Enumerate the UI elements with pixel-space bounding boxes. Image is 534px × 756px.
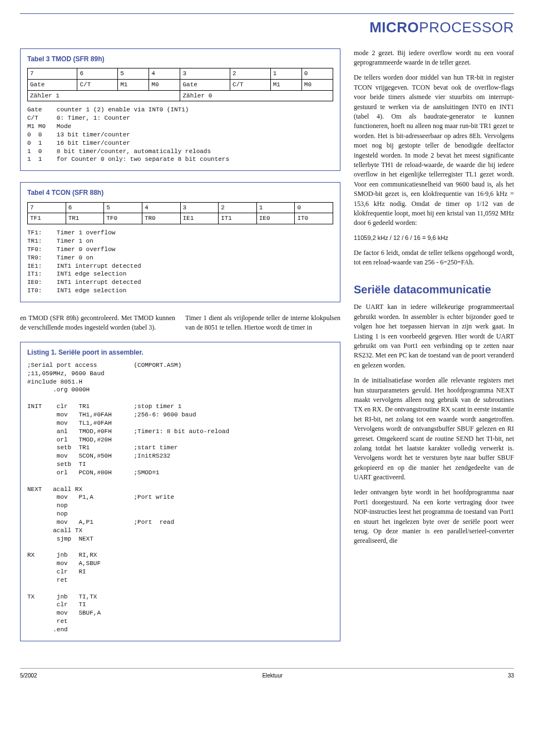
right-p2: De tellers worden door middel van hun TR… <box>354 73 514 228</box>
section-heading: Seriële datacommunicatie <box>354 282 514 298</box>
footer-center: Elektuur <box>262 672 283 680</box>
table-4-desc: TF1: Timer 1 overflow TR1: Timer 1 on TF… <box>27 229 333 295</box>
table-4-title: Tabel 4 TCON (SFR 88h) <box>27 188 333 197</box>
table-3-desc: Gate counter 1 (2) enable via INT0 (INT1… <box>27 106 333 164</box>
page-footer: 5/2002 Elektuur 33 <box>20 668 514 680</box>
head-left: MICRO <box>369 19 419 36</box>
footer-left: 5/2002 <box>20 672 37 680</box>
table-3-bits: 7654 3210 GateC/TM1M0 GateC/TM1M0 Zähler… <box>27 68 333 102</box>
mid-left-text: en TMOD (SFR 89h) gecontroleerd. Met TMO… <box>20 313 175 333</box>
mid-right-text: Timer 1 dient als vrijlopende teller de … <box>185 313 340 333</box>
table-3-box: Tabel 3 TMOD (SFR 89h) 7654 3210 GateC/T… <box>20 48 340 171</box>
listing-1-code: ;Serial port access (COMPORT.ASM) ;11,05… <box>27 361 333 634</box>
running-head: MICROPROCESSOR <box>20 13 514 38</box>
right-p1: mode 2 gezet. Bij iedere overflow wordt … <box>354 48 514 68</box>
right-p6: Ieder ontvangen byte wordt in het hoofdp… <box>354 488 514 546</box>
right-equation: 11059,2 kHz / 12 / 6 / 16 = 9,6 kHz <box>354 234 514 243</box>
right-p5: In de initialisatiefase worden alle rele… <box>354 376 514 482</box>
right-p4: De UART kan in iedere willekeurige progr… <box>354 302 514 370</box>
table-3-title: Tabel 3 TMOD (SFR 89h) <box>27 55 333 63</box>
listing-1-title: Listing 1. Seriële poort in assembler. <box>27 348 333 357</box>
table-4-box: Tabel 4 TCON (SFR 88h) 7654 3210 TF1TR1T… <box>20 182 340 302</box>
listing-1-box: Listing 1. Seriële poort in assembler. ;… <box>20 342 340 641</box>
footer-right: 33 <box>508 672 514 680</box>
right-p3: De factor 6 leidt, omdat de teller telke… <box>354 248 514 268</box>
table-4-bits: 7654 3210 TF1TR1TF0TR0 IE1IT1IE0IT0 <box>27 202 333 225</box>
mid-paragraphs: en TMOD (SFR 89h) gecontroleerd. Met TMO… <box>20 313 340 338</box>
head-right: PROCESSOR <box>419 19 514 36</box>
